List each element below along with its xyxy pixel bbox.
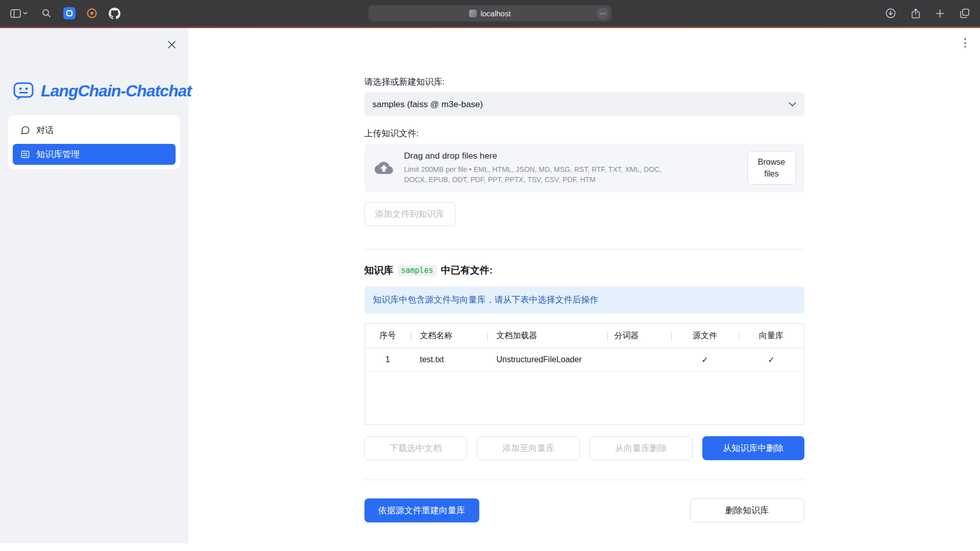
table-header-row: 序号 文档名称 文档加载器 分词器 源文件 向量库: [365, 324, 804, 348]
close-sidebar-button[interactable]: [165, 38, 178, 51]
heading-prefix: 知识库: [364, 264, 394, 277]
overflow-menu-icon[interactable]: ⋮: [959, 36, 972, 49]
dropzone-text: Drag and drop files here Limit 200MB per…: [404, 151, 667, 185]
sidebar-panel-icon: [10, 9, 21, 18]
col-header-index[interactable]: 序号: [365, 324, 411, 348]
more-options-icon[interactable]: ⋯: [597, 7, 609, 19]
plus-icon: [936, 9, 944, 18]
new-tab-button[interactable]: [934, 7, 946, 20]
address-bar[interactable]: localhost ⋯: [369, 5, 611, 21]
cell-name: test.txt: [411, 348, 487, 371]
add-to-vector-button[interactable]: 添加至向量库: [477, 436, 580, 460]
file-dropzone[interactable]: Drag and drop files here Limit 200MB per…: [364, 144, 804, 192]
divider: [364, 249, 804, 249]
search-icon: [42, 9, 51, 18]
toolbar-right-group: [884, 0, 972, 27]
tab-overview-button[interactable]: [958, 6, 972, 20]
knowledge-base-icon: [20, 149, 30, 159]
page: LangChain-Chatchat 对话 知识库管理 ⋮ 请选择或新建知识库:: [0, 27, 980, 551]
cell-splitter: [607, 348, 671, 371]
sidebar-item-label: 对话: [36, 124, 54, 136]
chat-bubble-icon: [20, 126, 30, 135]
app-logo: LangChain-Chatchat: [12, 80, 188, 102]
sidebar-item-label: 知识库管理: [36, 148, 80, 160]
sidebar-item-kb-management[interactable]: 知识库管理: [13, 144, 176, 165]
col-header-vector[interactable]: 向量库: [739, 324, 804, 348]
divider: [364, 480, 804, 480]
chevron-down-icon: [789, 102, 796, 107]
delete-kb-button[interactable]: 删除知识库: [690, 498, 804, 522]
heading-suffix: 中已有文件:: [441, 264, 493, 277]
download-selected-button[interactable]: 下载选中文档: [364, 436, 468, 460]
kb-actions: 依据源文件重建向量库 删除知识库: [364, 498, 804, 522]
kb-select-value: samples (faiss @ m3e-base): [373, 99, 483, 110]
sidebar: LangChain-Chatchat 对话 知识库管理: [0, 28, 188, 543]
share-button[interactable]: [909, 6, 922, 21]
add-files-button[interactable]: 添加文件到知识库: [364, 202, 455, 226]
chevron-down-icon: [23, 12, 28, 15]
sidebar-item-dialogue[interactable]: 对话: [13, 120, 176, 141]
col-header-source[interactable]: 源文件: [671, 324, 739, 348]
github-icon[interactable]: [108, 7, 120, 19]
dropzone-title: Drag and drop files here: [404, 151, 667, 161]
rebuild-vector-store-button[interactable]: 依据源文件重建向量库: [364, 498, 479, 522]
browse-files-button[interactable]: Browse files: [747, 151, 796, 185]
main-content: ⋮ 请选择或新建知识库: samples (faiss @ m3e-base) …: [188, 28, 980, 551]
downloads-button[interactable]: [884, 6, 898, 20]
col-header-loader[interactable]: 文档加载器: [487, 324, 607, 348]
kb-files-heading: 知识库 samples 中已有文件:: [364, 264, 804, 277]
col-header-splitter[interactable]: 分词器: [607, 324, 671, 348]
content-column: 请选择或新建知识库: samples (faiss @ m3e-base) 上传…: [364, 28, 804, 522]
sidebar-toggle-button[interactable]: [8, 7, 30, 20]
tabs-icon: [960, 8, 970, 18]
logo-text: LangChain-Chatchat: [41, 82, 191, 101]
cell-index: 1: [365, 348, 411, 371]
upload-label: 上传知识文件:: [364, 128, 804, 139]
col-header-name[interactable]: 文档名称: [411, 324, 487, 348]
info-banner: 知识库中包含源文件与向量库，请从下表中选择文件后操作: [364, 286, 804, 314]
cell-vector-check: ✓: [739, 348, 804, 371]
search-button[interactable]: [40, 7, 53, 20]
file-actions: 下载选中文档 添加至向量库 从向量库删除 从知识库中删除: [364, 436, 804, 460]
orange-app-icon[interactable]: [86, 7, 98, 19]
delete-from-kb-button[interactable]: 从知识库中删除: [702, 436, 804, 460]
browser-toolbar: localhost ⋯: [0, 0, 980, 27]
blue-app-icon[interactable]: [63, 7, 76, 19]
logo-icon: [12, 80, 35, 102]
kb-name-code: samples: [398, 265, 437, 276]
sidebar-menu: 对话 知识库管理: [8, 115, 180, 169]
cell-loader: UnstructuredFileLoader: [487, 348, 607, 371]
kb-select[interactable]: samples (faiss @ m3e-base): [364, 92, 804, 116]
close-icon: [167, 40, 176, 49]
toolbar-left-group: [8, 7, 120, 20]
dropzone-hint: Limit 200MB per file • EML, HTML, JSON, …: [404, 164, 667, 185]
cloud-upload-icon: [373, 159, 395, 177]
url-text: localhost: [480, 9, 510, 18]
download-icon: [886, 8, 896, 18]
site-favicon: [469, 10, 477, 17]
share-icon: [911, 8, 920, 19]
cell-source-check: ✓: [671, 348, 739, 371]
delete-from-vector-button[interactable]: 从向量库删除: [590, 436, 693, 460]
kb-select-label: 请选择或新建知识库:: [364, 76, 804, 88]
files-table: 序号 文档名称 文档加载器 分词器 源文件 向量库 1 test.txt Uns: [364, 323, 804, 425]
table-row[interactable]: 1 test.txt UnstructuredFileLoader ✓ ✓: [365, 348, 804, 371]
